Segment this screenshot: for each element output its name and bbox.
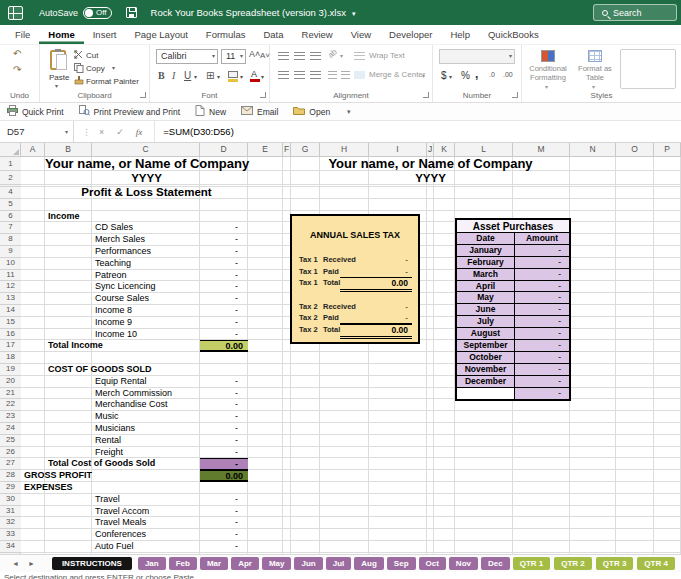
cell-D23[interactable]: - [200,411,248,423]
row-header-29[interactable]: 29 [0,482,21,494]
cancel-icon[interactable]: × [99,127,104,137]
dropdown-icon[interactable]: ▾ [194,73,197,80]
column-header-M[interactable]: M [513,143,570,157]
column-header-O[interactable]: O [616,143,654,157]
number-dialog-launcher-icon[interactable] [512,92,518,98]
print-preview-and-print-button[interactable]: Print Preview and Print [79,105,180,118]
asset-date-cell[interactable]: December [457,376,515,387]
cell-D10[interactable]: - [200,258,248,270]
cell-D26[interactable]: - [200,447,248,459]
align-left-icon[interactable] [278,71,289,79]
currency-format-icon[interactable]: $ [441,70,447,81]
sales-tax-value[interactable]: 0.00 [340,324,412,339]
row-header-31[interactable]: 31 [0,506,21,518]
comma-format-icon[interactable]: , [475,67,478,81]
cell-C22[interactable]: Merchandise Cost [92,399,200,411]
sheet-tab-qtr-2[interactable]: QTR 2 [554,557,592,570]
cell-D15[interactable]: - [200,317,248,329]
percent-format-icon[interactable]: % [461,70,470,81]
sheet-tab-nov[interactable]: Nov [449,557,478,570]
cell-B1[interactable]: Your name, or Name of Company [45,157,248,171]
align-bottom-icon[interactable] [310,52,321,60]
ribbon-tab-help[interactable]: Help [441,25,479,44]
document-title[interactable]: Rock Your Books Spreadsheet (version 3).… [151,7,356,18]
row-header-26[interactable]: 26 [0,447,21,459]
cell-D22[interactable]: - [200,399,248,411]
ribbon-tab-file[interactable]: File [6,25,39,44]
cell-C12[interactable]: Sync Licencing [92,281,200,293]
dropdown-icon[interactable]: ▾ [240,73,243,80]
row-header-5[interactable]: 5 [0,199,21,211]
font-name-select[interactable]: Calibri▾ [156,49,218,64]
cell-D31[interactable]: - [200,506,248,518]
undo-icon[interactable]: ↶ [13,48,21,59]
font-color-icon[interactable]: A [251,69,257,79]
asset-amount-cell[interactable]: - [515,245,569,256]
sheet-tab-mar[interactable]: Mar [200,557,228,570]
align-middle-icon[interactable] [294,52,305,60]
italic-button[interactable]: I [172,70,175,81]
asset-date-cell[interactable]: June [457,304,515,315]
formula-input[interactable]: =SUM(D30:D56) [155,126,233,137]
cell-D28[interactable]: 0.00 [200,470,248,482]
cell-D30[interactable]: - [200,494,248,506]
asset-date-cell[interactable]: May [457,292,515,303]
sheet-tab-dec[interactable]: Dec [481,557,510,570]
dropdown-icon[interactable]: ▾ [449,73,452,80]
font-size-select[interactable]: 11▾ [221,49,246,64]
row-header-34[interactable]: 34 [0,541,21,553]
cell-D16[interactable]: - [200,329,248,341]
cell-C8[interactable]: Merch Sales [92,234,200,246]
qat-overflow-icon[interactable]: ▾ [347,108,351,116]
ribbon-tab-review[interactable]: Review [293,25,342,44]
cell-styles-gallery[interactable] [620,49,676,89]
sales-tax-value[interactable]: - [340,266,412,278]
align-center-icon[interactable] [294,71,305,79]
cell-D7[interactable]: - [200,222,248,234]
asset-amount-cell[interactable]: - [515,316,569,327]
row-header-14[interactable]: 14 [0,305,21,317]
cell-D24[interactable]: - [200,423,248,435]
column-header-E[interactable]: E [248,143,283,157]
shrink-font-icon[interactable]: A˅ [260,51,270,60]
column-header-K[interactable]: K [434,143,455,157]
cell-C33[interactable]: Conferences [92,529,200,541]
column-header-B[interactable]: B [45,143,92,157]
asset-amount-cell[interactable]: - [515,304,569,315]
row-header-24[interactable]: 24 [0,423,21,435]
dropdown-icon[interactable]: ▾ [217,73,220,80]
dropdown-icon[interactable]: ▾ [422,72,425,79]
row-header-21[interactable]: 21 [0,388,21,400]
select-all-corner[interactable] [0,143,21,157]
column-header-I[interactable]: I [369,143,427,157]
cell-D17[interactable]: 0.00 [200,340,248,352]
ribbon-tab-home[interactable]: Home [39,25,83,44]
asset-amount-cell[interactable]: - [515,340,569,351]
cell-C31[interactable]: Travel Accom [92,506,200,518]
row-header-7[interactable]: 7 [0,222,21,234]
enter-icon[interactable]: ✓ [116,127,124,137]
align-right-icon[interactable] [310,71,321,79]
cell-C11[interactable]: Patreon [92,270,200,282]
asset-amount-cell[interactable]: - [515,352,569,363]
column-header-D[interactable]: D [200,143,248,157]
column-header-L[interactable]: L [455,143,513,157]
insert-function-icon[interactable]: fx [136,127,143,137]
cell-D12[interactable]: - [200,281,248,293]
cell-C20[interactable]: Equip Rental [92,376,200,388]
asset-date-cell[interactable]: September [457,340,515,351]
column-header-N[interactable]: N [570,143,616,157]
ribbon-tab-insert[interactable]: Insert [84,25,126,44]
row-header-30[interactable]: 30 [0,494,21,506]
merge-center-button[interactable]: Merge & Center [369,70,425,79]
cell-C24[interactable]: Musicians [92,423,200,435]
column-header-H[interactable]: H [320,143,369,157]
cell-C14[interactable]: Income 8 [92,305,200,317]
ribbon-tab-quickbooks[interactable]: QuickBooks [479,25,548,44]
save-icon[interactable] [126,7,137,18]
row-header-28[interactable]: 28 [0,470,21,482]
sheet-tab-qtr-3[interactable]: QTR 3 [596,557,634,570]
cell-B19[interactable]: COST OF GOODS SOLD [45,364,92,376]
cell-C21[interactable]: Merch Commission [92,388,200,400]
wrap-text-button[interactable]: Wrap Text [369,51,405,60]
